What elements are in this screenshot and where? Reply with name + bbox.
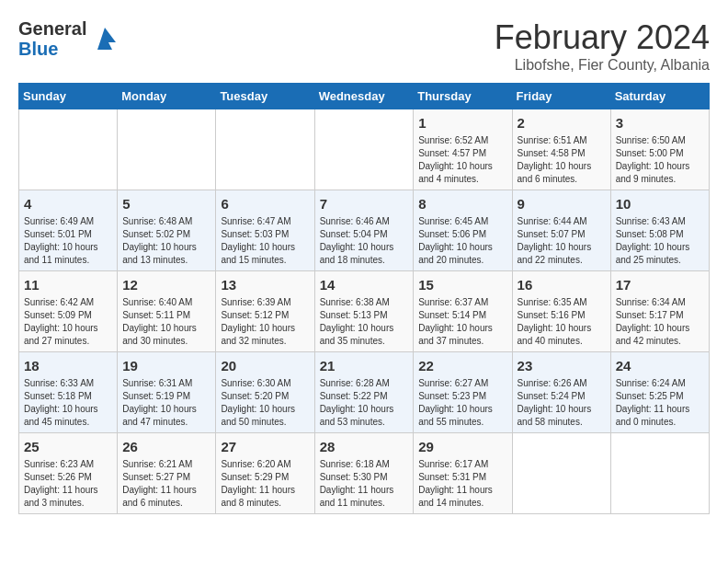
day-info: Sunrise: 6:38 AM Sunset: 5:13 PM Dayligh… — [320, 296, 409, 348]
calendar-cell: 22Sunrise: 6:27 AM Sunset: 5:23 PM Dayli… — [414, 352, 512, 433]
day-info: Sunrise: 6:17 AM Sunset: 5:31 PM Dayligh… — [418, 458, 506, 510]
day-number: 16 — [518, 275, 606, 294]
day-number: 22 — [418, 356, 506, 375]
calendar-cell: 9Sunrise: 6:44 AM Sunset: 5:07 PM Daylig… — [512, 190, 610, 271]
header-tuesday: Tuesday — [216, 84, 314, 109]
calendar-cell: 16Sunrise: 6:35 AM Sunset: 5:16 PM Dayli… — [512, 271, 610, 352]
calendar-cell: 24Sunrise: 6:24 AM Sunset: 5:25 PM Dayli… — [610, 352, 709, 433]
calendar-cell: 6Sunrise: 6:47 AM Sunset: 5:03 PM Daylig… — [216, 190, 314, 271]
day-info: Sunrise: 6:52 AM Sunset: 4:57 PM Dayligh… — [418, 134, 506, 186]
calendar-cell: 11Sunrise: 6:42 AM Sunset: 5:09 PM Dayli… — [19, 271, 118, 352]
calendar-cell — [19, 109, 118, 190]
calendar-cell — [314, 109, 414, 190]
day-number: 19 — [122, 356, 210, 375]
calendar-table: SundayMondayTuesdayWednesdayThursdayFrid… — [18, 83, 710, 514]
calendar-cell: 4Sunrise: 6:49 AM Sunset: 5:01 PM Daylig… — [19, 190, 118, 271]
calendar-cell: 8Sunrise: 6:45 AM Sunset: 5:06 PM Daylig… — [414, 190, 512, 271]
calendar-week-3: 18Sunrise: 6:33 AM Sunset: 5:18 PM Dayli… — [19, 352, 710, 433]
logo: General Blue — [18, 18, 119, 59]
day-info: Sunrise: 6:50 AM Sunset: 5:00 PM Dayligh… — [616, 134, 704, 186]
calendar-cell — [610, 433, 709, 514]
day-info: Sunrise: 6:23 AM Sunset: 5:26 PM Dayligh… — [24, 458, 112, 510]
calendar-cell: 20Sunrise: 6:30 AM Sunset: 5:20 PM Dayli… — [216, 352, 314, 433]
calendar-cell — [512, 433, 610, 514]
day-number: 20 — [221, 356, 309, 375]
day-number: 12 — [122, 275, 210, 294]
header-row: SundayMondayTuesdayWednesdayThursdayFrid… — [19, 84, 710, 109]
day-info: Sunrise: 6:40 AM Sunset: 5:11 PM Dayligh… — [122, 296, 210, 348]
day-info: Sunrise: 6:34 AM Sunset: 5:17 PM Dayligh… — [616, 296, 704, 348]
day-info: Sunrise: 6:21 AM Sunset: 5:27 PM Dayligh… — [122, 458, 210, 510]
calendar-cell: 21Sunrise: 6:28 AM Sunset: 5:22 PM Dayli… — [314, 352, 414, 433]
day-info: Sunrise: 6:37 AM Sunset: 5:14 PM Dayligh… — [418, 296, 506, 348]
calendar-week-0: 1Sunrise: 6:52 AM Sunset: 4:57 PM Daylig… — [19, 109, 710, 190]
day-number: 2 — [518, 113, 606, 132]
logo-general: General — [18, 18, 86, 39]
day-number: 26 — [122, 437, 210, 456]
day-info: Sunrise: 6:43 AM Sunset: 5:08 PM Dayligh… — [616, 215, 704, 267]
day-info: Sunrise: 6:45 AM Sunset: 5:06 PM Dayligh… — [418, 215, 506, 267]
day-number: 15 — [418, 275, 506, 294]
day-info: Sunrise: 6:49 AM Sunset: 5:01 PM Dayligh… — [24, 215, 112, 267]
calendar-cell — [216, 109, 314, 190]
calendar-cell: 19Sunrise: 6:31 AM Sunset: 5:19 PM Dayli… — [118, 352, 216, 433]
logo-icon — [90, 24, 119, 53]
calendar-cell: 10Sunrise: 6:43 AM Sunset: 5:08 PM Dayli… — [610, 190, 709, 271]
day-number: 5 — [122, 194, 210, 213]
calendar-week-4: 25Sunrise: 6:23 AM Sunset: 5:26 PM Dayli… — [19, 433, 710, 514]
day-info: Sunrise: 6:33 AM Sunset: 5:18 PM Dayligh… — [24, 377, 112, 429]
day-info: Sunrise: 6:46 AM Sunset: 5:04 PM Dayligh… — [320, 215, 409, 267]
day-info: Sunrise: 6:30 AM Sunset: 5:20 PM Dayligh… — [221, 377, 309, 429]
calendar-cell: 23Sunrise: 6:26 AM Sunset: 5:24 PM Dayli… — [512, 352, 610, 433]
day-number: 23 — [518, 356, 606, 375]
day-number: 1 — [418, 113, 506, 132]
calendar-cell: 25Sunrise: 6:23 AM Sunset: 5:26 PM Dayli… — [19, 433, 118, 514]
header-sunday: Sunday — [19, 84, 118, 109]
day-info: Sunrise: 6:47 AM Sunset: 5:03 PM Dayligh… — [221, 215, 309, 267]
day-info: Sunrise: 6:35 AM Sunset: 5:16 PM Dayligh… — [518, 296, 606, 348]
calendar-cell: 2Sunrise: 6:51 AM Sunset: 4:58 PM Daylig… — [512, 109, 610, 190]
header-monday: Monday — [118, 84, 216, 109]
day-info: Sunrise: 6:24 AM Sunset: 5:25 PM Dayligh… — [616, 377, 704, 429]
day-info: Sunrise: 6:51 AM Sunset: 4:58 PM Dayligh… — [518, 134, 606, 186]
day-info: Sunrise: 6:39 AM Sunset: 5:12 PM Dayligh… — [221, 296, 309, 348]
calendar-cell: 3Sunrise: 6:50 AM Sunset: 5:00 PM Daylig… — [610, 109, 709, 190]
day-info: Sunrise: 6:27 AM Sunset: 5:23 PM Dayligh… — [418, 377, 506, 429]
day-info: Sunrise: 6:31 AM Sunset: 5:19 PM Dayligh… — [122, 377, 210, 429]
header: General Blue February 2024 Libofshe, Fie… — [18, 18, 710, 74]
day-info: Sunrise: 6:28 AM Sunset: 5:22 PM Dayligh… — [320, 377, 409, 429]
day-number: 27 — [221, 437, 309, 456]
calendar-cell: 13Sunrise: 6:39 AM Sunset: 5:12 PM Dayli… — [216, 271, 314, 352]
calendar-cell: 27Sunrise: 6:20 AM Sunset: 5:29 PM Dayli… — [216, 433, 314, 514]
logo-text: General Blue — [18, 18, 86, 59]
svg-marker-0 — [97, 28, 116, 50]
day-number: 24 — [616, 356, 704, 375]
day-number: 18 — [24, 356, 112, 375]
day-number: 10 — [616, 194, 704, 213]
calendar-cell — [118, 109, 216, 190]
calendar-cell: 26Sunrise: 6:21 AM Sunset: 5:27 PM Dayli… — [118, 433, 216, 514]
calendar-cell: 14Sunrise: 6:38 AM Sunset: 5:13 PM Dayli… — [314, 271, 414, 352]
day-number: 14 — [320, 275, 409, 294]
calendar-cell: 12Sunrise: 6:40 AM Sunset: 5:11 PM Dayli… — [118, 271, 216, 352]
day-info: Sunrise: 6:42 AM Sunset: 5:09 PM Dayligh… — [24, 296, 112, 348]
calendar-subtitle: Libofshe, Fier County, Albania — [495, 57, 710, 74]
day-info: Sunrise: 6:48 AM Sunset: 5:02 PM Dayligh… — [122, 215, 210, 267]
header-thursday: Thursday — [414, 84, 512, 109]
calendar-cell: 17Sunrise: 6:34 AM Sunset: 5:17 PM Dayli… — [610, 271, 709, 352]
day-info: Sunrise: 6:20 AM Sunset: 5:29 PM Dayligh… — [221, 458, 309, 510]
day-number: 11 — [24, 275, 112, 294]
calendar-week-2: 11Sunrise: 6:42 AM Sunset: 5:09 PM Dayli… — [19, 271, 710, 352]
day-number: 17 — [616, 275, 704, 294]
calendar-header: SundayMondayTuesdayWednesdayThursdayFrid… — [19, 84, 710, 109]
header-wednesday: Wednesday — [314, 84, 414, 109]
day-number: 3 — [616, 113, 704, 132]
day-number: 29 — [418, 437, 506, 456]
day-number: 6 — [221, 194, 309, 213]
calendar-title: February 2024 — [495, 18, 710, 57]
day-number: 4 — [24, 194, 112, 213]
day-number: 21 — [320, 356, 409, 375]
calendar-cell: 29Sunrise: 6:17 AM Sunset: 5:31 PM Dayli… — [414, 433, 512, 514]
calendar-cell: 18Sunrise: 6:33 AM Sunset: 5:18 PM Dayli… — [19, 352, 118, 433]
header-friday: Friday — [512, 84, 610, 109]
